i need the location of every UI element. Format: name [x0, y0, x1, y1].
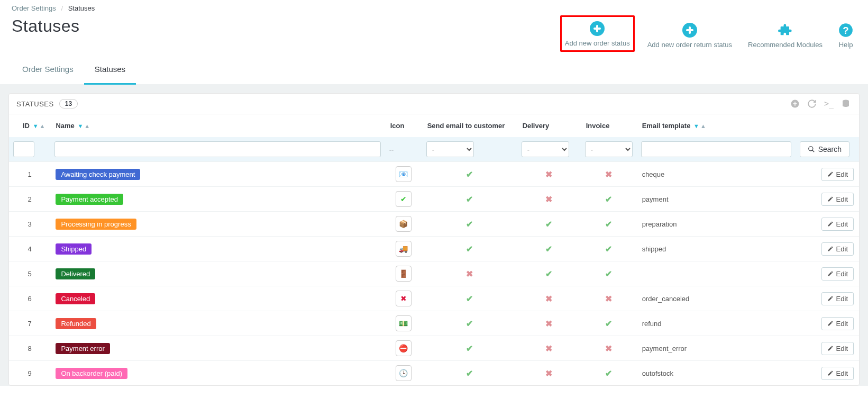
help-icon: ?: [838, 23, 853, 38]
search-button[interactable]: Search: [800, 141, 849, 157]
row-id: 8: [9, 336, 50, 361]
edit-button[interactable]: Edit: [821, 242, 854, 256]
col-template[interactable]: Email template ▼▲: [637, 114, 796, 137]
cross-icon[interactable]: ✖: [605, 170, 612, 179]
check-icon[interactable]: ✔: [466, 170, 473, 179]
row-id: 9: [9, 361, 50, 386]
row-template: refund: [637, 311, 796, 336]
panel-add-icon[interactable]: [789, 98, 801, 110]
cross-icon[interactable]: ✖: [545, 170, 552, 179]
add-return-status-button[interactable]: Add new order return status: [644, 19, 735, 52]
check-icon[interactable]: ✔: [545, 245, 552, 254]
cross-icon[interactable]: ✖: [605, 344, 612, 353]
tab-order-settings[interactable]: Order Settings: [12, 55, 84, 84]
col-email: Send email to customer: [422, 114, 517, 137]
panel-export-icon[interactable]: [840, 98, 852, 110]
table-row[interactable]: 5 Delivered 🚪 ✖ ✔ ✔ Edit: [9, 261, 859, 286]
check-icon[interactable]: ✔: [466, 245, 473, 254]
cross-icon[interactable]: ✖: [545, 294, 552, 303]
check-icon[interactable]: ✔: [545, 220, 552, 229]
edit-button[interactable]: Edit: [821, 267, 854, 281]
edit-button[interactable]: Edit: [821, 292, 854, 305]
pencil-icon: [827, 221, 834, 227]
pencil-icon: [827, 320, 834, 327]
tabs: Order Settings Statuses: [0, 55, 868, 85]
col-delivery: Delivery: [517, 114, 581, 137]
add-order-status-button[interactable]: Add new order status: [560, 15, 635, 52]
col-id[interactable]: ID ▼▲: [9, 114, 50, 137]
help-button[interactable]: ? Help: [835, 19, 856, 52]
check-icon[interactable]: ✔: [605, 245, 612, 254]
check-icon[interactable]: ✔: [466, 294, 473, 303]
pencil-icon: [827, 171, 834, 177]
pencil-icon: [827, 345, 834, 351]
filter-template-input[interactable]: [641, 141, 791, 157]
edit-button[interactable]: Edit: [821, 218, 854, 231]
status-icon-box: 🕒: [396, 365, 412, 381]
filter-name-input[interactable]: [54, 141, 380, 157]
row-template: order_canceled: [637, 286, 796, 311]
cross-icon[interactable]: ✖: [466, 269, 473, 278]
check-icon[interactable]: ✔: [466, 319, 473, 328]
status-icon-box: 📦: [396, 216, 412, 232]
edit-button[interactable]: Edit: [821, 367, 854, 380]
puzzle-icon: [778, 23, 793, 38]
panel-sql-icon[interactable]: >_: [823, 98, 835, 110]
cross-icon[interactable]: ✖: [545, 344, 552, 353]
search-icon: [808, 146, 815, 153]
panel-refresh-icon[interactable]: [806, 98, 818, 110]
check-icon[interactable]: ✔: [605, 220, 612, 229]
table-row[interactable]: 3 Processing in progress 📦 ✔ ✔ ✔ prepara…: [9, 212, 859, 237]
page-title: Statuses: [12, 13, 80, 36]
check-icon[interactable]: ✔: [466, 220, 473, 229]
recommended-modules-button[interactable]: Recommended Modules: [745, 19, 826, 52]
pencil-icon: [827, 196, 834, 202]
filter-invoice-select[interactable]: -: [585, 141, 633, 157]
table-row[interactable]: 9 On backorder (paid) 🕒 ✔ ✖ ✔ outofstock…: [9, 361, 859, 386]
tab-statuses[interactable]: Statuses: [84, 55, 136, 85]
row-template: outofstock: [637, 361, 796, 386]
status-chip: Payment error: [56, 343, 109, 354]
table-row[interactable]: 4 Shipped 🚚 ✔ ✔ ✔ shipped Edit: [9, 237, 859, 261]
edit-button[interactable]: Edit: [821, 193, 854, 206]
filter-delivery-select[interactable]: -: [522, 141, 569, 157]
check-icon[interactable]: ✔: [545, 269, 552, 278]
edit-button[interactable]: Edit: [821, 317, 854, 330]
row-template: payment_error: [637, 336, 796, 361]
col-icon: Icon: [385, 114, 422, 137]
panel-title: STATUSES: [16, 100, 54, 108]
table-row[interactable]: 6 Canceled ✖ ✔ ✖ ✖ order_canceled Edit: [9, 286, 859, 311]
filter-id-input[interactable]: [13, 141, 34, 157]
check-icon[interactable]: ✔: [605, 319, 612, 328]
status-icon-box: 🚚: [396, 241, 412, 257]
check-icon[interactable]: ✔: [466, 195, 473, 204]
svg-text:?: ?: [843, 25, 848, 36]
plus-circle-icon: [682, 23, 697, 38]
cross-icon[interactable]: ✖: [545, 195, 552, 204]
check-icon[interactable]: ✔: [466, 344, 473, 353]
table-row[interactable]: 7 Refunded 💵 ✔ ✖ ✔ refund Edit: [9, 311, 859, 336]
pencil-icon: [827, 270, 834, 277]
edit-button[interactable]: Edit: [821, 342, 854, 355]
table-row[interactable]: 2 Payment accepted ✔ ✔ ✖ ✔ payment Edit: [9, 187, 859, 212]
col-name[interactable]: Name ▼▲: [50, 114, 385, 137]
status-icon-box: 💵: [396, 315, 412, 331]
status-chip: Payment accepted: [56, 194, 123, 205]
check-icon[interactable]: ✔: [466, 369, 473, 378]
cross-icon[interactable]: ✖: [545, 369, 552, 378]
breadcrumb: Order Settings / Statuses: [12, 0, 856, 12]
cross-icon[interactable]: ✖: [545, 319, 552, 328]
table-row[interactable]: 8 Payment error ⛔ ✔ ✖ ✖ payment_error Ed…: [9, 336, 859, 361]
check-icon[interactable]: ✔: [605, 195, 612, 204]
row-id: 5: [9, 261, 50, 286]
status-icon-box: ✖: [396, 291, 412, 306]
row-id: 4: [9, 237, 50, 261]
check-icon[interactable]: ✔: [605, 269, 612, 278]
check-icon[interactable]: ✔: [605, 369, 612, 378]
filter-email-select[interactable]: -: [426, 141, 474, 157]
edit-button[interactable]: Edit: [821, 168, 854, 181]
breadcrumb-parent[interactable]: Order Settings: [12, 4, 56, 12]
table-row[interactable]: 1 Awaiting check payment 📧 ✔ ✖ ✖ cheque …: [9, 162, 859, 187]
row-id: 3: [9, 212, 50, 237]
cross-icon[interactable]: ✖: [605, 294, 612, 303]
